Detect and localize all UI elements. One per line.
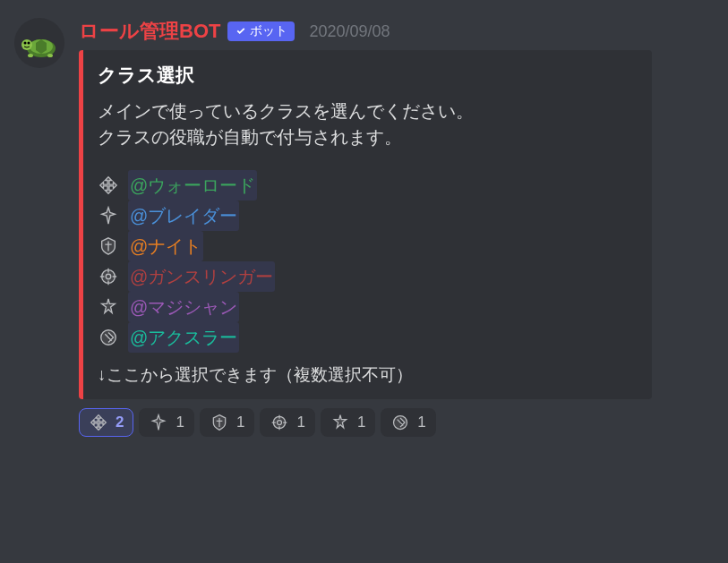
reaction-button[interactable]: 1 <box>321 408 375 437</box>
reaction-count: 2 <box>116 414 124 431</box>
message: ロール管理BOT ボット 2020/09/08 クラス選択 メインで使っているク… <box>0 0 728 444</box>
timestamp: 2020/09/08 <box>309 22 390 41</box>
class-item: @ガンスリンガー <box>98 261 636 292</box>
reaction-count: 1 <box>357 414 365 431</box>
bot-tag-label: ボット <box>250 23 287 39</box>
class-item: @マジシャン <box>98 292 636 322</box>
embed-footer: ↓ここから選択できます（複数選択不可） <box>98 363 636 387</box>
class-item: @アクスラー <box>98 322 636 353</box>
svg-point-2 <box>21 39 32 50</box>
embed-description: メインで使っているクラスを選んでください。 クラスの役職が自動で付与されます。 <box>98 98 636 150</box>
svg-point-6 <box>47 54 53 57</box>
knight-icon <box>210 413 229 432</box>
warlord-icon <box>89 413 108 432</box>
bot-tag: ボット <box>227 21 295 41</box>
reaction-count: 1 <box>236 414 244 431</box>
message-header: ロール管理BOT ボット 2020/09/08 <box>79 18 714 45</box>
class-mention[interactable]: @マジシャン <box>128 292 239 322</box>
reaction-count: 1 <box>296 414 304 431</box>
knight-icon <box>98 235 119 257</box>
verified-check-icon <box>235 25 247 38</box>
reaction-count: 1 <box>176 414 184 431</box>
class-mention[interactable]: @ウォーロード <box>128 170 257 200</box>
embed-desc-line2: クラスの役職が自動で付与されます。 <box>98 127 402 147</box>
blader-icon <box>149 413 168 432</box>
class-mention[interactable]: @アクスラー <box>128 322 239 353</box>
axler-icon <box>98 327 119 348</box>
turtle-icon <box>18 21 61 64</box>
class-mention[interactable]: @ブレイダー <box>128 200 239 231</box>
class-list: @ウォーロード@ブレイダー@ナイト@ガンスリンガー@マジシャン@アクスラー <box>98 170 636 353</box>
magician-icon <box>98 296 119 318</box>
gunslinger-icon <box>98 266 119 287</box>
svg-point-3 <box>24 42 27 45</box>
reaction-button[interactable]: 1 <box>139 408 193 437</box>
reaction-count: 1 <box>417 414 425 431</box>
axler-icon <box>390 413 410 432</box>
embed: クラス選択 メインで使っているクラスを選んでください。 クラスの役職が自動で付与… <box>79 50 652 399</box>
class-mention[interactable]: @ナイト <box>128 231 203 261</box>
reaction-button[interactable]: 1 <box>381 408 435 437</box>
reactions-row: 211111 <box>79 408 714 437</box>
svg-point-5 <box>28 54 33 57</box>
gunslinger-icon <box>270 413 289 432</box>
blader-icon <box>98 205 119 226</box>
avatar[interactable] <box>14 18 64 68</box>
svg-point-4 <box>28 42 30 45</box>
avatar-column <box>14 18 79 437</box>
embed-title: クラス選択 <box>98 63 636 88</box>
username[interactable]: ロール管理BOT <box>79 18 220 45</box>
reaction-button[interactable]: 2 <box>79 408 133 437</box>
class-item: @ウォーロード <box>98 170 636 200</box>
message-content: ロール管理BOT ボット 2020/09/08 クラス選択 メインで使っているク… <box>79 18 714 437</box>
class-mention[interactable]: @ガンスリンガー <box>128 261 275 292</box>
class-item: @ブレイダー <box>98 200 636 231</box>
embed-desc-line1: メインで使っているクラスを選んでください。 <box>98 101 474 121</box>
class-item: @ナイト <box>98 231 636 261</box>
reaction-button[interactable]: 1 <box>260 408 314 437</box>
reaction-button[interactable]: 1 <box>200 408 254 437</box>
warlord-icon <box>98 175 119 196</box>
magician-icon <box>330 413 350 432</box>
